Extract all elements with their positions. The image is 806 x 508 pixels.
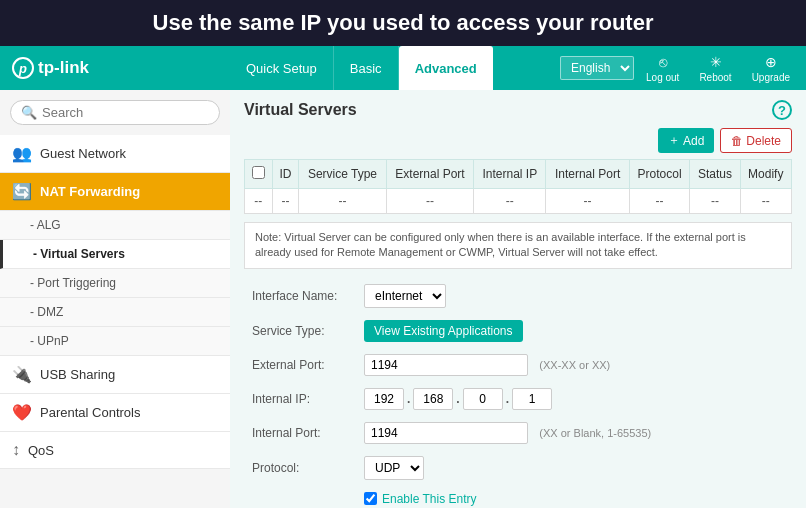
ip-fields: . . . bbox=[364, 388, 784, 410]
nat-forwarding-icon: 🔄 bbox=[12, 182, 32, 201]
view-existing-applications-button[interactable]: View Existing Applications bbox=[364, 320, 523, 342]
interface-name-label: Interface Name: bbox=[246, 279, 356, 313]
search-input[interactable] bbox=[42, 105, 209, 120]
sidebar-sub-upnp-label: - UPnP bbox=[30, 334, 69, 348]
reboot-button[interactable]: ✳ Reboot bbox=[691, 50, 739, 87]
tab-basic-label: Basic bbox=[350, 61, 382, 76]
delete-label: Delete bbox=[746, 134, 781, 148]
virtual-servers-table: ID Service Type External Port Internal I… bbox=[244, 159, 792, 214]
tab-quick-setup-label: Quick Setup bbox=[246, 61, 317, 76]
parental-controls-icon: ❤️ bbox=[12, 403, 32, 422]
form-row-enable: Enable This Entry bbox=[246, 487, 790, 508]
tab-basic[interactable]: Basic bbox=[334, 46, 399, 90]
protocol-label: Protocol: bbox=[246, 451, 356, 485]
ip-octet-2[interactable] bbox=[413, 388, 453, 410]
sidebar-sub-dmz[interactable]: - DMZ bbox=[0, 298, 230, 327]
logout-icon: ⎋ bbox=[659, 54, 667, 70]
enable-spacer bbox=[246, 487, 356, 508]
sidebar-item-nat-forwarding-label: NAT Forwarding bbox=[40, 184, 140, 199]
logo-icon: p bbox=[12, 57, 34, 79]
form-row-service-type: Service Type: View Existing Applications bbox=[246, 315, 790, 347]
row-protocol: -- bbox=[629, 189, 690, 214]
external-port-input[interactable] bbox=[364, 354, 528, 376]
table-row: -- -- -- -- -- -- -- -- -- bbox=[245, 189, 792, 214]
form-row-external-port: External Port: (XX-XX or XX) bbox=[246, 349, 790, 381]
sidebar-item-guest-network[interactable]: 👥 Guest Network bbox=[0, 135, 230, 173]
external-port-hint: (XX-XX or XX) bbox=[539, 359, 610, 371]
page-title-row: Virtual Servers ? bbox=[244, 100, 792, 120]
tab-advanced[interactable]: Advanced bbox=[399, 46, 493, 90]
reboot-icon: ✳ bbox=[710, 54, 722, 70]
nav-section: Quick Setup Basic Advanced English ⎋ Log… bbox=[230, 46, 806, 90]
row-internal-port: -- bbox=[546, 189, 629, 214]
search-box: 🔍 bbox=[10, 100, 220, 125]
sidebar-sub-alg[interactable]: - ALG bbox=[0, 211, 230, 240]
sidebar-sub-upnp[interactable]: - UPnP bbox=[0, 327, 230, 356]
logo-section: p tp-link bbox=[0, 46, 230, 90]
ip-dot-2: . bbox=[456, 392, 459, 406]
interface-name-cell: eInternet bbox=[358, 279, 790, 313]
external-port-label: External Port: bbox=[246, 349, 356, 381]
content-area: Virtual Servers ? ＋ Add 🗑 Delete bbox=[230, 90, 806, 508]
row-status: -- bbox=[690, 189, 740, 214]
sidebar-sub-virtual-servers[interactable]: - Virtual Servers bbox=[0, 240, 230, 269]
row-external-port: -- bbox=[386, 189, 474, 214]
protocol-select[interactable]: UDP TCP All bbox=[364, 456, 424, 480]
page-title: Virtual Servers bbox=[244, 101, 357, 119]
col-checkbox bbox=[245, 160, 273, 189]
sidebar-item-usb-sharing-label: USB Sharing bbox=[40, 367, 115, 382]
form-row-protocol: Protocol: UDP TCP All bbox=[246, 451, 790, 485]
add-icon: ＋ bbox=[668, 132, 680, 149]
col-protocol: Protocol bbox=[629, 160, 690, 189]
ip-octet-1[interactable] bbox=[364, 388, 404, 410]
row-modify: -- bbox=[740, 189, 792, 214]
logo-text: tp-link bbox=[38, 58, 89, 78]
sidebar-sub-virtual-servers-label: - Virtual Servers bbox=[33, 247, 125, 261]
ip-octet-3[interactable] bbox=[463, 388, 503, 410]
search-icon: 🔍 bbox=[21, 105, 37, 120]
tab-quick-setup[interactable]: Quick Setup bbox=[230, 46, 334, 90]
logout-button[interactable]: ⎋ Log out bbox=[638, 50, 687, 87]
usb-sharing-icon: 🔌 bbox=[12, 365, 32, 384]
row-id: -- bbox=[272, 189, 299, 214]
internal-port-input[interactable] bbox=[364, 422, 528, 444]
col-internal-ip: Internal IP bbox=[474, 160, 546, 189]
upgrade-button[interactable]: ⊕ Upgrade bbox=[744, 50, 798, 87]
ip-octet-4[interactable] bbox=[512, 388, 552, 410]
reboot-label: Reboot bbox=[699, 72, 731, 83]
enable-entry-text: Enable This Entry bbox=[382, 492, 477, 506]
upgrade-label: Upgrade bbox=[752, 72, 790, 83]
sidebar: 🔍 👥 Guest Network 🔄 NAT Forwarding - ALG… bbox=[0, 90, 230, 508]
internal-ip-label: Internal IP: bbox=[246, 383, 356, 415]
sidebar-item-usb-sharing[interactable]: 🔌 USB Sharing bbox=[0, 356, 230, 394]
internal-port-label: Internal Port: bbox=[246, 417, 356, 449]
col-modify: Modify bbox=[740, 160, 792, 189]
interface-name-select[interactable]: eInternet bbox=[364, 284, 446, 308]
help-button[interactable]: ? bbox=[772, 100, 792, 120]
internal-port-cell: (XX or Blank, 1-65535) bbox=[358, 417, 790, 449]
sidebar-sub-port-triggering[interactable]: - Port Triggering bbox=[0, 269, 230, 298]
language-select[interactable]: English bbox=[560, 56, 634, 80]
service-type-label: Service Type: bbox=[246, 315, 356, 347]
action-bar: ＋ Add 🗑 Delete bbox=[244, 128, 792, 153]
sidebar-item-qos-label: QoS bbox=[28, 443, 54, 458]
form-row-interface: Interface Name: eInternet bbox=[246, 279, 790, 313]
view-apps-label: View Existing Applications bbox=[374, 324, 513, 338]
nav-right: English ⎋ Log out ✳ Reboot ⊕ Upgrade bbox=[560, 50, 806, 87]
col-id: ID bbox=[272, 160, 299, 189]
sidebar-item-parental-controls-label: Parental Controls bbox=[40, 405, 140, 420]
form-row-internal-port: Internal Port: (XX or Blank, 1-65535) bbox=[246, 417, 790, 449]
delete-button[interactable]: 🗑 Delete bbox=[720, 128, 792, 153]
select-all-checkbox[interactable] bbox=[252, 166, 265, 179]
external-port-cell: (XX-XX or XX) bbox=[358, 349, 790, 381]
note-box: Note: Virtual Server can be configured o… bbox=[244, 222, 792, 269]
add-button[interactable]: ＋ Add bbox=[658, 128, 714, 153]
enable-entry-checkbox[interactable] bbox=[364, 492, 377, 505]
sidebar-item-parental-controls[interactable]: ❤️ Parental Controls bbox=[0, 394, 230, 432]
sidebar-item-nat-forwarding[interactable]: 🔄 NAT Forwarding bbox=[0, 173, 230, 211]
sidebar-sub-alg-label: - ALG bbox=[30, 218, 61, 232]
upgrade-icon: ⊕ bbox=[765, 54, 777, 70]
sidebar-item-qos[interactable]: ↕️ QoS bbox=[0, 432, 230, 469]
note-text: Note: Virtual Server can be configured o… bbox=[255, 231, 746, 258]
top-bar: p tp-link Quick Setup Basic Advanced Eng… bbox=[0, 46, 806, 90]
